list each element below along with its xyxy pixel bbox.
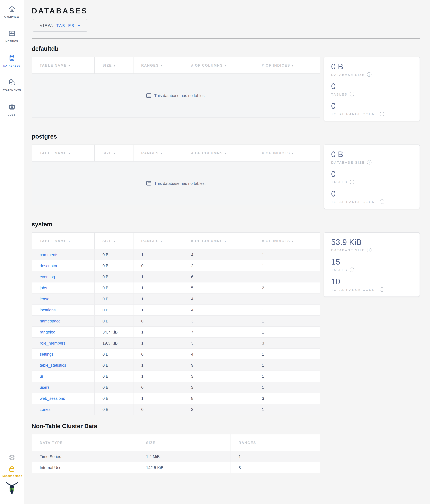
info-icon[interactable]: i: [349, 180, 354, 184]
main-content: DATABASES VIEW: TABLES defaultdbTABLE NA…: [24, 0, 430, 473]
database-search-icon: [8, 79, 16, 86]
database-title: system: [32, 221, 420, 228]
sidebar-nav: OVERVIEW METRICS: [0, 0, 24, 125]
database-section-defaultdb: defaultdbTABLE NAME▾SIZE▾RANGES▾# OF COL…: [32, 45, 420, 121]
table-row: role_members19.3 KiB133: [32, 338, 320, 349]
database-tables-table: TABLE NAME▾SIZE▾RANGES▾# OF COLUMNS▾# OF…: [32, 57, 320, 74]
column-header-of-columns[interactable]: # OF COLUMNS▾: [183, 145, 254, 161]
size-cell: 142.5 KiB: [138, 462, 231, 473]
sidebar-bottom: ⚙ INSECURE MODE: [0, 454, 24, 497]
column-header-ranges[interactable]: RANGES▾: [133, 233, 183, 249]
column-header-ranges[interactable]: RANGES▾: [133, 57, 183, 74]
column-header-table-name[interactable]: TABLE NAME▾: [32, 57, 95, 74]
columns-count-cell: 4: [183, 293, 254, 304]
table-name-link[interactable]: descriptor: [40, 263, 57, 268]
sort-arrow-icon: ▾: [161, 240, 162, 243]
indices-count-cell: 1: [254, 304, 320, 315]
empty-message: This database has no tables.: [154, 93, 206, 98]
cockroach-logo-icon: [5, 481, 18, 497]
table-name-link[interactable]: lease: [40, 297, 49, 301]
info-icon[interactable]: i: [367, 160, 371, 164]
info-icon[interactable]: i: [349, 92, 354, 96]
table-name-cell: settings: [32, 349, 95, 360]
column-header-of-indices[interactable]: # OF INDICES▾: [254, 57, 320, 74]
table-row: Internal Use142.5 KiB8: [32, 462, 320, 473]
gear-icon[interactable]: ⚙: [9, 454, 15, 461]
column-header-ranges[interactable]: RANGES: [231, 434, 320, 451]
size-cell: 0 B: [95, 315, 133, 326]
column-header-data-type[interactable]: DATA TYPE: [32, 434, 138, 451]
table-name-link[interactable]: comments: [40, 252, 58, 257]
column-header-ranges[interactable]: RANGES▾: [133, 145, 183, 161]
table-name-link[interactable]: namespace: [40, 319, 61, 323]
column-header-of-columns[interactable]: # OF COLUMNS▾: [183, 57, 254, 74]
indices-count-cell: 3: [254, 338, 320, 349]
column-header-table-name[interactable]: TABLE NAME▾: [32, 233, 95, 249]
insecure-mode-indicator[interactable]: INSECURE MODE: [2, 465, 22, 477]
table-row: namespace0 B031: [32, 315, 320, 326]
info-icon[interactable]: i: [367, 72, 371, 77]
column-header-size[interactable]: SIZE: [138, 434, 231, 451]
database-icon: [8, 54, 16, 62]
table-name-link[interactable]: zones: [40, 407, 50, 412]
column-header-of-indices[interactable]: # OF INDICES▾: [254, 145, 320, 161]
table-header-row: TABLE NAME▾SIZE▾RANGES▾# OF COLUMNS▾# OF…: [32, 233, 320, 249]
table-name-link[interactable]: users: [40, 385, 50, 389]
columns-count-cell: 9: [183, 360, 254, 371]
sidebar-item-label: OVERVIEW: [4, 16, 19, 18]
tables-count-value: 0: [331, 170, 420, 179]
column-header-table-name[interactable]: TABLE NAME▾: [32, 145, 95, 161]
database-title: defaultdb: [32, 45, 420, 52]
database-section-postgres: postgresTABLE NAME▾SIZE▾RANGES▾# OF COLU…: [32, 133, 420, 209]
table-name-link[interactable]: web_sessions: [40, 396, 65, 401]
column-header-of-indices[interactable]: # OF INDICES▾: [254, 233, 320, 249]
indices-count-cell: 3: [254, 393, 320, 404]
column-header-label: SIZE: [102, 151, 112, 155]
non-table-section-title: Non-Table Cluster Data: [32, 423, 420, 430]
column-header-label: TABLE NAME: [40, 239, 67, 243]
table-name-link[interactable]: rangelog: [40, 330, 55, 334]
column-header-of-columns[interactable]: # OF COLUMNS▾: [183, 233, 254, 249]
sidebar-item-statements[interactable]: STATEMENTS: [0, 76, 24, 100]
indices-count-cell: 1: [254, 404, 320, 415]
column-header-size[interactable]: SIZE▾: [95, 233, 133, 249]
stat-total-range-count: 0TOTAL RANGE COUNTi: [331, 101, 420, 116]
database-tables-table: TABLE NAME▾SIZE▾RANGES▾# OF COLUMNS▾# OF…: [32, 232, 320, 415]
info-icon[interactable]: i: [380, 112, 384, 116]
table-row: lease0 B141: [32, 293, 320, 304]
sidebar-item-label: DATABASES: [3, 64, 20, 67]
size-cell: 0 B: [95, 371, 133, 382]
info-icon[interactable]: i: [380, 287, 384, 292]
ranges-cell: 0: [133, 382, 183, 393]
column-header-size[interactable]: SIZE▾: [95, 145, 133, 161]
sidebar-item-metrics[interactable]: METRICS: [0, 27, 24, 51]
info-icon[interactable]: i: [380, 199, 384, 204]
stat-total-range-count: 0TOTAL RANGE COUNTi: [331, 189, 420, 204]
table-name-link[interactable]: eventlog: [40, 275, 55, 279]
indices-count-cell: 1: [254, 249, 320, 260]
database-title: postgres: [32, 133, 420, 140]
sidebar-item-overview[interactable]: OVERVIEW: [0, 2, 24, 27]
table-name-link[interactable]: ui: [40, 374, 43, 378]
info-icon[interactable]: i: [367, 248, 371, 252]
table-name-link[interactable]: role_members: [40, 341, 65, 345]
table-name-link[interactable]: table_statistics: [40, 363, 66, 367]
tables-count-value: 0: [331, 82, 420, 91]
column-header-size[interactable]: SIZE▾: [95, 57, 133, 74]
stat-tables-count: 15TABLESi: [331, 257, 420, 272]
sidebar-item-jobs[interactable]: JOBS: [0, 100, 24, 125]
open-lock-icon: [8, 465, 16, 474]
database-stats-card: 0 BDATABASE SIZEi0TABLESi0TOTAL RANGE CO…: [324, 144, 420, 209]
view-dropdown[interactable]: VIEW: TABLES: [32, 19, 88, 32]
table-name-link[interactable]: jobs: [40, 286, 47, 290]
info-icon[interactable]: i: [349, 268, 354, 272]
table-name-link[interactable]: locations: [40, 308, 56, 312]
table-name-cell: descriptor: [32, 260, 95, 271]
table-name-link[interactable]: settings: [40, 352, 54, 356]
house-icon: [8, 5, 16, 13]
non-table-cluster-data-section: Non-Table Cluster Data DATA TYPESIZERANG…: [32, 423, 420, 473]
databases-page: OVERVIEW METRICS: [0, 0, 430, 504]
sidebar-item-databases[interactable]: DATABASES: [0, 51, 24, 76]
sort-arrow-icon: ▾: [224, 152, 226, 155]
database-stats-card: 53.9 KiBDATABASE SIZEi15TABLESi10TOTAL R…: [324, 232, 420, 297]
